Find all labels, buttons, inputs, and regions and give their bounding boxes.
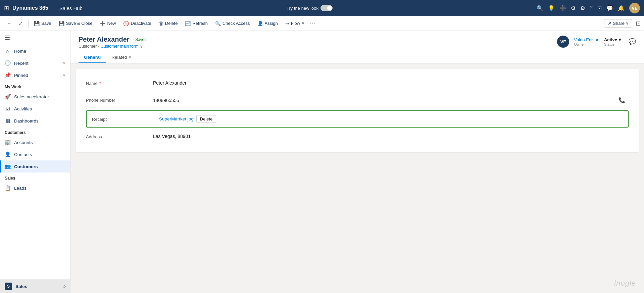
contacts-icon: 👤 (5, 151, 11, 157)
new-look-switch[interactable] (320, 5, 333, 11)
assign-label: Assign (265, 21, 278, 26)
form-chevron-icon[interactable]: ∨ (140, 44, 143, 49)
more-options-button[interactable]: ⋯ (308, 18, 317, 29)
brand-logo: Dynamics 365 (12, 5, 48, 11)
new-look-toggle[interactable]: Try the new look (287, 5, 333, 11)
settings-icon[interactable]: ⚙ (580, 5, 585, 11)
deactivate-button[interactable]: 🚫 Deactivate (120, 19, 154, 28)
field-phone-value: 1408965555 📞 (153, 97, 629, 103)
sidebar-item-contacts[interactable]: 👤 Contacts (0, 148, 70, 160)
receipt-file-link[interactable]: SuperMartket.jpg (159, 116, 194, 121)
sidebar-item-activities[interactable]: ☑ Activities (0, 103, 70, 115)
status-text: Active (604, 37, 617, 42)
top-navigation: ⊞ Dynamics 365 Sales Hub Try the new loo… (0, 0, 644, 16)
owner-name[interactable]: Valdo Edison (574, 37, 599, 42)
flow-button[interactable]: ⇒ Flow ∨ (282, 19, 308, 28)
sidebar-item-sales-bottom[interactable]: S Sales ◇ (0, 279, 70, 293)
save-label: Save (41, 21, 51, 26)
sidebar-item-leads[interactable]: 📋 Leads (0, 182, 70, 194)
sidebar-item-dashboards[interactable]: ▦ Dashboards (0, 115, 70, 127)
receipt-delete-button[interactable]: Delete (196, 115, 216, 123)
sidebar-contacts-label: Contacts (14, 152, 32, 157)
new-button[interactable]: ➕ New (96, 19, 119, 28)
field-name-value: Peter Alexander (153, 80, 629, 86)
sidebar-activities-label: Activities (14, 106, 32, 111)
sales-accelerator-icon: 🚀 (5, 94, 11, 100)
sidebar-accounts-label: Accounts (14, 140, 33, 145)
refresh-button[interactable]: 🔄 Refresh (182, 19, 211, 28)
help-icon[interactable]: ? (590, 5, 593, 11)
sidebar-item-customers[interactable]: 👥 Customers (0, 160, 70, 173)
form-section: Name * Peter Alexander Phone Number 1408… (76, 69, 639, 152)
pinned-icon: 📌 (5, 72, 11, 78)
sidebar-recent-label: Recent (14, 61, 29, 66)
filter-icon[interactable]: ⚙ (571, 5, 576, 11)
sidebar-customers-label: Customers (14, 164, 38, 169)
chat-record-icon[interactable]: 💬 (629, 38, 636, 45)
customers-icon: 👥 (5, 163, 11, 169)
user-avatar[interactable]: VE (629, 3, 640, 13)
share-icon: ↗ (608, 21, 611, 26)
save-button[interactable]: 💾 Save (31, 19, 55, 28)
share-chevron-icon: ∨ (626, 21, 629, 26)
sidebar-sales-bottom-label: Sales (15, 284, 27, 289)
save-close-button[interactable]: 💾 Save & Close (55, 19, 96, 28)
delete-toolbar-button[interactable]: 🗑 Delete (155, 19, 181, 28)
plus-icon[interactable]: ➕ (559, 5, 566, 11)
new-label: New (107, 21, 116, 26)
recent-chevron-icon: ∨ (63, 61, 65, 65)
tab-general[interactable]: General (79, 52, 106, 63)
app-name: Sales Hub (59, 5, 83, 11)
sidebar-item-sales-accelerator[interactable]: 🚀 Sales accelerator (0, 91, 70, 103)
record-owner-area: VE Valdo Edison Owner Active ∨ Status 💬 (557, 36, 636, 48)
nav-icons: 🔍 💡 ➕ ⚙ ⚙ ? ⊡ 💬 🔔 VE (537, 3, 640, 13)
sidebar-item-home[interactable]: ⌂ Home (0, 45, 70, 57)
hamburger-icon[interactable]: ☰ (5, 34, 10, 42)
nav-divider (54, 3, 54, 13)
sidebar-leads-label: Leads (14, 186, 27, 191)
record-type: Customer (79, 44, 97, 49)
phone-call-icon[interactable]: 📞 (618, 97, 625, 103)
sidebar: ☰ ⌂ Home 🕐 Recent ∨ 📌 Pinned ∨ My Work 🚀… (0, 31, 70, 293)
saved-badge: - Saved (133, 37, 147, 42)
remote-assist-icon[interactable]: ⊡ (636, 20, 641, 27)
sidebar-item-pinned[interactable]: 📌 Pinned ∨ (0, 69, 70, 81)
brand-name: Dynamics 365 (12, 5, 48, 11)
phone-text: 1408965555 (153, 98, 179, 103)
expand-button[interactable]: ⤢ (15, 19, 26, 28)
back-button[interactable]: ← (3, 19, 15, 28)
remote-icon[interactable]: ⊡ (597, 5, 602, 11)
sales-section-label: Sales (0, 173, 70, 182)
field-receipt-label: Receipt (92, 116, 159, 122)
check-access-button[interactable]: 🔍 Check Access (212, 19, 253, 28)
lightbulb-icon[interactable]: 💡 (548, 5, 555, 11)
accounts-icon: 🏢 (5, 139, 11, 145)
search-icon[interactable]: 🔍 (537, 5, 543, 11)
new-look-label: Try the new look (287, 6, 318, 11)
status-chevron-icon[interactable]: ∨ (618, 38, 621, 42)
sidebar-item-accounts[interactable]: 🏢 Accounts (0, 136, 70, 148)
record-form-link[interactable]: Customer main form (101, 44, 139, 49)
tab-related[interactable]: Related ∨ (106, 52, 137, 63)
back-icon: ← (7, 21, 11, 26)
required-indicator: * (99, 81, 101, 86)
nav-middle: Try the new look (86, 5, 533, 11)
record-title-area: Peter Alexander - Saved Customer · Custo… (79, 36, 147, 49)
sidebar-top: ☰ (0, 31, 70, 45)
share-button[interactable]: ↗ Share ∨ (604, 19, 632, 28)
sidebar-item-recent[interactable]: 🕐 Recent ∨ (0, 57, 70, 69)
check-access-icon: 🔍 (215, 21, 221, 26)
record-tabs: General Related ∨ (79, 52, 636, 63)
save-close-label: Save & Close (66, 21, 93, 26)
recent-icon: 🕐 (5, 60, 11, 66)
assign-button[interactable]: 👤 Assign (254, 19, 281, 28)
apps-grid-icon[interactable]: ⊞ (4, 4, 9, 12)
record-subtitle: Customer · Customer main form ∨ (79, 44, 147, 49)
record-header-top: Peter Alexander - Saved Customer · Custo… (79, 36, 636, 49)
chat-icon[interactable]: 💬 (606, 5, 613, 11)
refresh-label: Refresh (192, 21, 208, 26)
notifications-icon[interactable]: 🔔 (618, 5, 625, 11)
subtitle-dot: · (98, 44, 99, 49)
my-work-section-label: My Work (0, 81, 70, 91)
save-icon: 💾 (34, 21, 40, 26)
